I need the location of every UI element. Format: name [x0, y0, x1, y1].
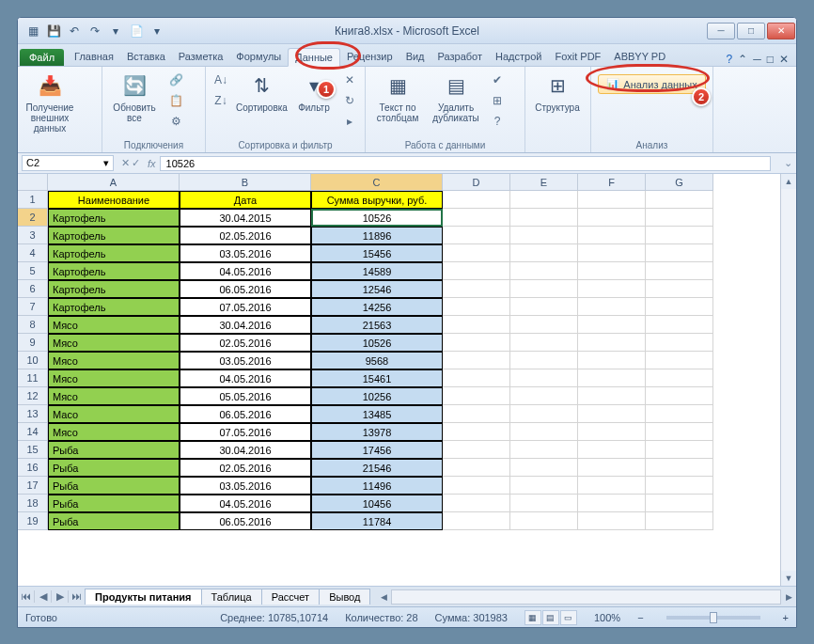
- cell-12-C[interactable]: 10256: [311, 387, 443, 405]
- view-normal-icon[interactable]: ▦: [524, 610, 541, 625]
- cell-2-D[interactable]: [443, 209, 510, 227]
- zoom-out-button[interactable]: −: [637, 612, 643, 623]
- cell-10-B[interactable]: 03.05.2016: [180, 352, 311, 369]
- cell-15-A[interactable]: Рыба: [48, 441, 180, 459]
- cell-6-B[interactable]: 06.05.2016: [180, 280, 311, 298]
- cell-2-C[interactable]: 10526: [311, 209, 443, 227]
- cell-6-A[interactable]: Картофель: [48, 280, 180, 298]
- cell-4-E[interactable]: [510, 244, 578, 262]
- chevron-down-icon[interactable]: ▾: [103, 157, 109, 169]
- cell-16-D[interactable]: [443, 459, 510, 477]
- cell-19-C[interactable]: 11784: [311, 512, 443, 530]
- cell-6-C[interactable]: 12546: [311, 280, 443, 298]
- cell-9-C[interactable]: 10526: [311, 334, 443, 352]
- cell-8-B[interactable]: 30.04.2016: [180, 316, 311, 334]
- cell-14-E[interactable]: [510, 423, 578, 441]
- whatif-icon[interactable]: ?: [488, 112, 507, 131]
- cell-12-G[interactable]: [646, 387, 713, 405]
- save-icon[interactable]: 💾: [44, 22, 63, 40]
- row-header-6[interactable]: 6: [18, 280, 48, 298]
- cell-4-F[interactable]: [578, 244, 646, 262]
- row-header-10[interactable]: 10: [18, 352, 48, 369]
- cell-9-F[interactable]: [578, 334, 646, 352]
- cell-8-G[interactable]: [646, 316, 713, 334]
- name-box[interactable]: C2▾: [22, 155, 114, 171]
- cell-10-C[interactable]: 9568: [311, 352, 443, 369]
- cell-11-G[interactable]: [646, 369, 713, 387]
- cell-8-E[interactable]: [510, 316, 578, 334]
- horizontal-scrollbar[interactable]: ◀ ▶: [376, 589, 796, 605]
- row-header-8[interactable]: 8: [18, 316, 48, 334]
- cell-15-F[interactable]: [578, 441, 646, 459]
- zoom-thumb[interactable]: [710, 612, 717, 623]
- row-header-17[interactable]: 17: [18, 477, 48, 495]
- cell-17-A[interactable]: Рыба: [48, 477, 180, 495]
- cell-8-C[interactable]: 21563: [311, 316, 443, 334]
- cell-10-F[interactable]: [578, 352, 646, 369]
- cell-3-D[interactable]: [443, 227, 510, 244]
- cell-13-A[interactable]: Масо: [48, 405, 180, 423]
- cell-1-A[interactable]: Наименование: [48, 191, 180, 209]
- row-header-19[interactable]: 19: [18, 512, 48, 530]
- cell-18-E[interactable]: [510, 495, 578, 512]
- doc-restore-icon[interactable]: □: [767, 53, 774, 66]
- cell-13-C[interactable]: 13485: [311, 405, 443, 423]
- cell-8-F[interactable]: [578, 316, 646, 334]
- vertical-scrollbar[interactable]: ▲ ▼: [780, 174, 796, 586]
- cell-3-F[interactable]: [578, 227, 646, 244]
- row-header-7[interactable]: 7: [18, 298, 48, 316]
- cell-13-D[interactable]: [443, 405, 510, 423]
- tab-надстрой[interactable]: Надстрой: [489, 48, 548, 66]
- cell-18-G[interactable]: [646, 495, 713, 512]
- cell-13-E[interactable]: [510, 405, 578, 423]
- cell-5-E[interactable]: [510, 262, 578, 280]
- help-icon[interactable]: ?: [727, 53, 733, 66]
- cell-5-D[interactable]: [443, 262, 510, 280]
- cell-6-E[interactable]: [510, 280, 578, 298]
- accept-formula-icon[interactable]: ✓: [132, 157, 140, 169]
- cell-2-B[interactable]: 30.04.2015: [180, 209, 311, 227]
- refresh-all-button[interactable]: 🔄Обновить все: [108, 71, 161, 123]
- cell-3-B[interactable]: 02.05.2016: [180, 227, 311, 244]
- tab-foxit pdf[interactable]: Foxit PDF: [548, 48, 607, 66]
- cell-18-F[interactable]: [578, 495, 646, 512]
- sheet-tab-таблица[interactable]: Таблица: [201, 589, 262, 605]
- cell-11-F[interactable]: [578, 369, 646, 387]
- col-header-A[interactable]: A: [48, 174, 180, 191]
- cell-1-C[interactable]: Сумма выручки, руб.: [311, 191, 443, 209]
- col-header-E[interactable]: E: [510, 174, 578, 191]
- spreadsheet-grid[interactable]: ABCDEFG 1НаименованиеДатаСумма выручки, …: [18, 174, 796, 586]
- cell-15-C[interactable]: 17456: [311, 441, 443, 459]
- minimize-button[interactable]: ─: [707, 23, 735, 39]
- excel-icon[interactable]: ▦: [23, 22, 42, 40]
- cell-14-F[interactable]: [578, 423, 646, 441]
- cell-11-A[interactable]: Мясо: [48, 369, 180, 387]
- cell-6-G[interactable]: [646, 280, 713, 298]
- cell-7-G[interactable]: [646, 298, 713, 316]
- cell-1-F[interactable]: [578, 191, 646, 209]
- tab-формулы[interactable]: Формулы: [229, 48, 288, 66]
- cell-12-F[interactable]: [578, 387, 646, 405]
- cell-4-A[interactable]: Картофель: [48, 244, 180, 262]
- cell-18-A[interactable]: Рыба: [48, 495, 180, 512]
- prev-sheet-icon[interactable]: ◀: [35, 590, 52, 603]
- cell-4-D[interactable]: [443, 244, 510, 262]
- tab-разработ[interactable]: Разработ: [431, 48, 489, 66]
- sort-asc-icon[interactable]: A↓: [211, 71, 230, 89]
- cell-5-A[interactable]: Картофель: [48, 262, 180, 280]
- cell-15-E[interactable]: [510, 441, 578, 459]
- ribbon-collapse-icon[interactable]: ⌃: [738, 53, 747, 66]
- tab-рецензир[interactable]: Рецензир: [340, 48, 399, 66]
- cell-10-E[interactable]: [510, 352, 578, 369]
- scroll-right-icon[interactable]: ▶: [781, 589, 796, 605]
- cell-1-B[interactable]: Дата: [180, 191, 311, 209]
- sheet-tab-вывод[interactable]: Вывод: [319, 589, 370, 605]
- advanced-filter-icon[interactable]: ▸: [340, 112, 359, 131]
- cell-4-C[interactable]: 15456: [311, 244, 443, 262]
- redo-icon[interactable]: ↷: [86, 22, 104, 40]
- zoom-in-button[interactable]: +: [783, 612, 789, 623]
- tab-abbyy pd[interactable]: ABBYY PD: [607, 48, 672, 66]
- cell-2-G[interactable]: [646, 209, 713, 227]
- cell-7-C[interactable]: 14256: [311, 298, 443, 316]
- next-sheet-icon[interactable]: ▶: [52, 590, 69, 603]
